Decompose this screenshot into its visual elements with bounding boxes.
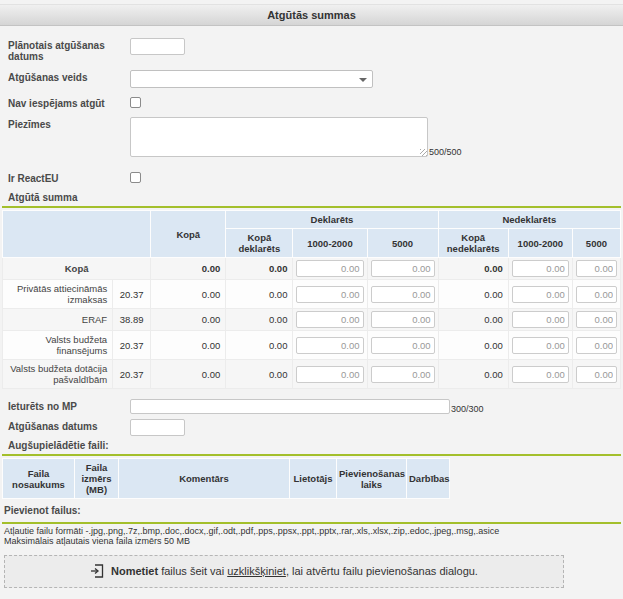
page-title: Atgūtās summas bbox=[0, 4, 623, 26]
undeclared-5000-input[interactable] bbox=[576, 311, 617, 328]
withheld-counter: 300/300 bbox=[451, 404, 484, 414]
dropzone-text-bold: Nometiet bbox=[111, 565, 158, 577]
withheld-row: Ieturēts no MP 300/300 bbox=[8, 399, 623, 414]
row-kopa-deklarets: 0.00 bbox=[226, 331, 293, 360]
row-kopa-deklarets: 0.00 bbox=[226, 360, 293, 389]
amount-table-corner-cell bbox=[3, 211, 151, 258]
declared-5000-input[interactable] bbox=[371, 366, 435, 383]
cannot-recover-label: Nav iespējams atgūt bbox=[8, 96, 130, 109]
react-eu-row: Ir ReactEU bbox=[8, 171, 623, 184]
notes-counter: 500/500 bbox=[429, 147, 462, 157]
row-kopa-nedeklarets: 0.00 bbox=[438, 309, 508, 331]
recovery-date-input[interactable] bbox=[130, 419, 185, 436]
row-kopa-nedeklarets: 0.00 bbox=[438, 331, 508, 360]
row-kopa: 0.00 bbox=[151, 309, 226, 331]
row-kopa-deklarets: 0.00 bbox=[226, 280, 293, 309]
row-percent: 38.89 bbox=[113, 309, 151, 331]
amount-table: Kopā Deklarēts Nedeklarēts Kopā deklarēt… bbox=[2, 210, 621, 389]
row-label: ERAF bbox=[3, 309, 113, 331]
amount-table-group-undeclared: Nedeklarēts bbox=[438, 211, 620, 229]
total-declared-1000-2000-input[interactable] bbox=[296, 260, 363, 277]
cannot-recover-row: Nav iespējams atgūt bbox=[8, 96, 623, 109]
col-declared-5000: 5000 bbox=[367, 229, 438, 258]
col-added-time: Pievienošanas laiks bbox=[337, 459, 407, 499]
notes-label: Piezīmes bbox=[8, 117, 130, 130]
cannot-recover-checkbox[interactable] bbox=[130, 97, 141, 108]
table-row-state-budget: Valsts budžeta finansējums 20.37 0.00 0.… bbox=[3, 331, 621, 360]
chevron-down-icon bbox=[359, 78, 367, 82]
declared-1000-2000-input[interactable] bbox=[296, 311, 363, 328]
recovery-date-label: Atgūšanas datums bbox=[8, 419, 130, 432]
row-kopa: 0.00 bbox=[151, 360, 226, 389]
dropzone-click-link[interactable]: uzklikšķiniet bbox=[227, 565, 286, 577]
recovery-type-row: Atgūšanas veids bbox=[8, 70, 623, 88]
table-row-municipality-grant: Valsts budžeta dotācija pašvaldībām 20.3… bbox=[3, 360, 621, 389]
total-undeclared-1000-2000-input[interactable] bbox=[512, 260, 569, 277]
declared-5000-input[interactable] bbox=[371, 286, 435, 303]
max-size-note: Maksimālais atļautais viena faila izmērs… bbox=[4, 536, 623, 546]
row-percent: 20.37 bbox=[113, 331, 151, 360]
undeclared-1000-2000-input[interactable] bbox=[512, 311, 569, 328]
react-eu-label: Ir ReactEU bbox=[8, 171, 130, 184]
dropzone-text-tail: , lai atvērtu failu pievienošanas dialog… bbox=[286, 565, 478, 577]
undeclared-1000-2000-input[interactable] bbox=[512, 366, 569, 383]
total-kopa-deklarets: 0.00 bbox=[226, 258, 293, 280]
undeclared-1000-2000-input[interactable] bbox=[512, 286, 569, 303]
declared-1000-2000-input[interactable] bbox=[296, 366, 363, 383]
notes-textarea[interactable] bbox=[130, 117, 428, 157]
amount-section-heading: Atgūtā summa bbox=[8, 192, 623, 203]
col-total-declared: Kopā deklarēts bbox=[226, 229, 293, 258]
dropzone-text-middle: failus šeit vai bbox=[158, 565, 227, 577]
react-eu-checkbox[interactable] bbox=[130, 172, 141, 183]
undeclared-5000-input[interactable] bbox=[576, 337, 617, 354]
declared-5000-input[interactable] bbox=[371, 337, 435, 354]
recovery-type-label: Atgūšanas veids bbox=[8, 70, 130, 83]
amount-table-group-header-row: Kopā Deklarēts Nedeklarēts bbox=[3, 211, 621, 229]
planned-date-label: Plānotais atgūšanas datums bbox=[8, 38, 130, 62]
row-percent: 20.37 bbox=[113, 360, 151, 389]
row-kopa-nedeklarets: 0.00 bbox=[438, 360, 508, 389]
amount-table-col-total: Kopā bbox=[151, 211, 226, 258]
col-undeclared-5000: 5000 bbox=[572, 229, 620, 258]
recovery-date-row: Atgūšanas datums bbox=[8, 419, 623, 436]
section-divider bbox=[2, 454, 621, 456]
allowed-formats-note: Atļautie failu formāti -.jpg,.png,.7z,.b… bbox=[4, 526, 623, 536]
total-kopa-nedeklarets: 0.00 bbox=[438, 258, 508, 280]
withheld-input[interactable] bbox=[130, 399, 450, 414]
col-comment: Komentārs bbox=[119, 459, 290, 499]
row-label: Valsts budžeta dotācija pašvaldībām bbox=[3, 360, 113, 389]
page-title-text: Atgūtās summas bbox=[267, 9, 356, 21]
planned-date-input[interactable] bbox=[130, 38, 185, 55]
page: Atgūtās summas Plānotais atgūšanas datum… bbox=[0, 4, 623, 599]
row-label: Valsts budžeta finansējums bbox=[3, 331, 113, 360]
undeclared-5000-input[interactable] bbox=[576, 366, 617, 383]
declared-1000-2000-input[interactable] bbox=[296, 337, 363, 354]
total-declared-5000-input[interactable] bbox=[371, 260, 435, 277]
row-label: Privātās attiecināmās izmaksas bbox=[3, 280, 113, 309]
recovery-type-select[interactable] bbox=[130, 70, 373, 88]
files-table: Faila nosaukums Faila izmērs (MB) Koment… bbox=[2, 458, 450, 499]
row-kopa: 0.00 bbox=[151, 280, 226, 309]
section-divider bbox=[2, 522, 621, 524]
undeclared-5000-input[interactable] bbox=[576, 286, 617, 303]
total-undeclared-5000-input[interactable] bbox=[576, 260, 617, 277]
undeclared-1000-2000-input[interactable] bbox=[512, 337, 569, 354]
col-file-name: Faila nosaukums bbox=[3, 459, 75, 499]
file-dropzone[interactable]: Nometiet failus šeit vai uzklikšķiniet, … bbox=[4, 555, 564, 588]
row-kopa-nedeklarets: 0.00 bbox=[438, 280, 508, 309]
col-actions: Darbības bbox=[407, 459, 450, 499]
files-table-header-row: Faila nosaukums Faila izmērs (MB) Koment… bbox=[3, 459, 450, 499]
notes-row: Piezīmes 500/500 bbox=[8, 117, 623, 157]
row-kopa: 0.00 bbox=[151, 331, 226, 360]
add-files-heading: Pievienot failus: bbox=[4, 505, 623, 516]
col-user: Lietotājs bbox=[290, 459, 337, 499]
row-label: Kopā bbox=[3, 258, 151, 280]
declared-5000-input[interactable] bbox=[371, 311, 435, 328]
declared-1000-2000-input[interactable] bbox=[296, 286, 363, 303]
col-undeclared-1000-2000: 1000-2000 bbox=[508, 229, 572, 258]
withheld-label: Ieturēts no MP bbox=[8, 399, 130, 412]
dropzone-text: Nometiet failus šeit vai uzklikšķiniet, … bbox=[111, 565, 478, 577]
table-row-eraf: ERAF 38.89 0.00 0.00 0.00 bbox=[3, 309, 621, 331]
section-divider bbox=[2, 206, 621, 208]
row-kopa-deklarets: 0.00 bbox=[226, 309, 293, 331]
